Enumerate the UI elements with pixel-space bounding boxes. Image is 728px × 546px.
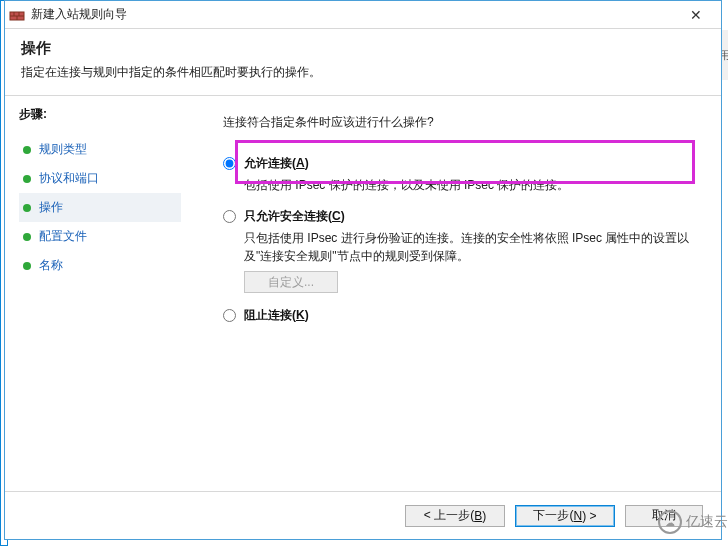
wizard-header: 操作 指定在连接与规则中指定的条件相匹配时要执行的操作。 [5,29,721,96]
step-label: 名称 [39,257,63,274]
firewall-icon [9,7,25,23]
radio-secure[interactable] [223,210,236,223]
bullet-icon [23,204,31,212]
radio-allow-label[interactable]: 允许连接(A) [244,155,309,172]
bullet-icon [23,233,31,241]
step-label: 协议和端口 [39,170,99,187]
content-area: 连接符合指定条件时应该进行什么操作? 允许连接(A) 包括使用 IPsec 保护… [195,96,721,491]
step-rule-type[interactable]: 规则类型 [19,135,181,164]
step-name[interactable]: 名称 [19,251,181,280]
window-title: 新建入站规则向导 [31,6,675,23]
step-label: 配置文件 [39,228,87,245]
wizard-footer: < 上一步(B) 下一步(N) > 取消 [5,491,721,539]
wizard-window: 新建入站规则向导 ✕ 操作 指定在连接与规则中指定的条件相匹配时要执行的操作。 … [4,0,722,540]
step-label: 操作 [39,199,63,216]
watermark: ☁ 亿速云 [658,510,728,534]
step-profile[interactable]: 配置文件 [19,222,181,251]
bullet-icon [23,175,31,183]
titlebar: 新建入站规则向导 ✕ [5,1,721,29]
page-description: 指定在连接与规则中指定的条件相匹配时要执行的操作。 [21,64,705,81]
option-allow-connection: 允许连接(A) 包括使用 IPsec 保护的连接，以及未使用 IPsec 保护的… [223,155,693,194]
radio-allow[interactable] [223,157,236,170]
step-label: 规则类型 [39,141,87,158]
watermark-text: 亿速云 [686,513,728,531]
bullet-icon [23,262,31,270]
prompt-text: 连接符合指定条件时应该进行什么操作? [223,114,693,131]
step-protocol-ports[interactable]: 协议和端口 [19,164,181,193]
close-button[interactable]: ✕ [675,1,717,29]
next-button[interactable]: 下一步(N) > [515,505,615,527]
steps-heading: 步骤: [19,106,181,123]
bullet-icon [23,146,31,154]
radio-block[interactable] [223,309,236,322]
page-title: 操作 [21,39,705,58]
option-block-connection: 阻止连接(K) [223,307,693,324]
option-secure-desc: 只包括使用 IPsec 进行身份验证的连接。连接的安全性将依照 IPsec 属性… [244,229,693,265]
back-button[interactable]: < 上一步(B) [405,505,505,527]
radio-secure-label[interactable]: 只允许安全连接(C) [244,208,345,225]
steps-sidebar: 步骤: 规则类型 协议和端口 操作 配置文件 名称 [5,96,195,491]
radio-block-label[interactable]: 阻止连接(K) [244,307,309,324]
option-allow-secure: 只允许安全连接(C) 只包括使用 IPsec 进行身份验证的连接。连接的安全性将… [223,208,693,293]
customize-button: 自定义... [244,271,338,293]
step-action[interactable]: 操作 [19,193,181,222]
cloud-icon: ☁ [658,510,682,534]
option-allow-desc: 包括使用 IPsec 保护的连接，以及未使用 IPsec 保护的连接。 [244,176,693,194]
